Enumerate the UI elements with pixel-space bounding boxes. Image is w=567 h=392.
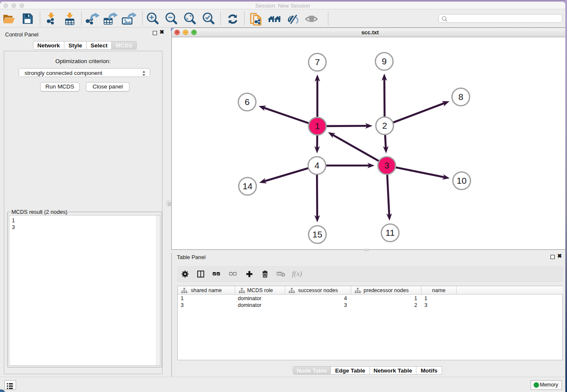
svg-text:15: 15 [312,229,322,239]
svg-text:6: 6 [245,97,250,107]
svg-text:14: 14 [242,181,253,191]
svg-text:3: 3 [384,160,389,170]
svg-text:2: 2 [382,121,387,130]
svg-text:1: 1 [315,121,320,131]
svg-text:8: 8 [458,92,463,102]
svg-text:11: 11 [385,228,395,237]
svg-text:10: 10 [457,176,466,185]
svg-text:7: 7 [315,57,320,67]
svg-text:9: 9 [382,56,387,66]
svg-text:4: 4 [314,160,319,170]
